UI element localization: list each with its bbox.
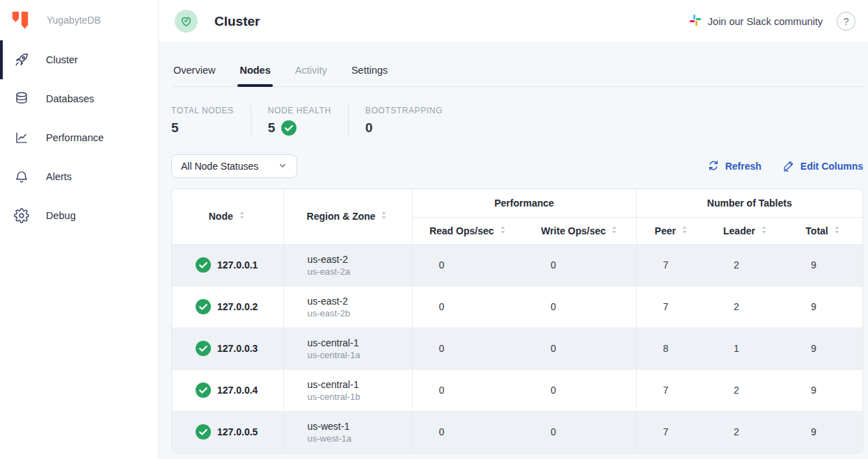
- column-header-read-ops[interactable]: Read Ops/sec: [412, 217, 524, 244]
- node-stats: TOTAL NODES 5 NODE HEALTH 5: [171, 105, 863, 136]
- edit-columns-button[interactable]: Edit Columns: [782, 159, 863, 174]
- edit-columns-label: Edit Columns: [800, 161, 863, 172]
- leader-tablets-value: 1: [707, 328, 784, 369]
- sidebar-item-performance[interactable]: Performance: [0, 118, 158, 157]
- node-healthy-icon: [196, 299, 211, 314]
- total-tablets-value: 9: [784, 411, 862, 453]
- sort-icon: [833, 225, 842, 236]
- tab-settings[interactable]: Settings: [349, 58, 390, 86]
- stat-value: 5: [268, 120, 276, 136]
- total-tablets-value: 9: [784, 328, 862, 369]
- sidebar-item-databases[interactable]: Databases: [0, 79, 158, 118]
- node-zone: us-central-1a: [308, 350, 412, 360]
- help-button[interactable]: ?: [837, 12, 855, 31]
- join-slack-label: Join our Slack community: [708, 16, 823, 27]
- leader-tablets-value: 2: [707, 369, 784, 411]
- peer-tablets-value: 8: [636, 328, 707, 369]
- sidebar-item-label: Cluster: [46, 54, 78, 65]
- bell-icon: [13, 169, 29, 185]
- table-row[interactable]: 127.0.0.5 us-west-1us-west-1a 0 0 7 2 9: [172, 411, 862, 453]
- column-header-write-ops[interactable]: Write Ops/sec: [524, 217, 636, 244]
- node-region: us-central-1: [308, 337, 412, 348]
- table-row[interactable]: 127.0.0.1 us-east-2us-east-2a 0 0 7 2 9: [172, 244, 862, 286]
- sort-icon: [759, 225, 768, 236]
- read-ops-value: 0: [412, 369, 524, 411]
- peer-tablets-value: 7: [636, 244, 707, 286]
- tab-activity[interactable]: Activity: [293, 58, 329, 86]
- yugabytedb-logo-icon: [9, 10, 31, 31]
- node-healthy-icon: [196, 341, 211, 356]
- read-ops-value: 0: [412, 411, 524, 453]
- gear-icon: [13, 208, 29, 224]
- stat-label: TOTAL NODES: [171, 106, 234, 115]
- refresh-label: Refresh: [725, 161, 762, 172]
- join-slack-link[interactable]: Join our Slack community: [689, 14, 823, 29]
- node-region: us-east-2: [308, 296, 412, 307]
- sidebar-item-debug[interactable]: Debug: [0, 196, 158, 235]
- question-mark-icon: ?: [844, 16, 849, 27]
- content: Overview Nodes Activity Settings TOTAL N…: [159, 43, 868, 459]
- sort-icon: [237, 211, 246, 222]
- stat-value: 0: [365, 120, 443, 136]
- total-tablets-value: 9: [784, 244, 862, 286]
- node-ip: 127.0.0.5: [217, 426, 258, 437]
- main-area: Cluster Join our Slack community ?: [159, 0, 868, 459]
- column-header-node[interactable]: Node: [172, 189, 283, 244]
- write-ops-value: 0: [524, 328, 636, 369]
- node-zone: us-east-2b: [308, 308, 412, 319]
- leader-tablets-value: 2: [707, 286, 784, 328]
- sort-icon: [498, 225, 507, 236]
- stat-divider: [348, 105, 349, 136]
- node-status-filter-select[interactable]: All Node Statuses: [171, 154, 297, 178]
- write-ops-value: 0: [524, 369, 636, 411]
- heart-check-icon: [180, 15, 193, 28]
- tab-overview[interactable]: Overview: [171, 58, 217, 86]
- pencil-icon: [782, 159, 795, 174]
- write-ops-value: 0: [524, 286, 636, 328]
- sort-icon: [379, 211, 388, 222]
- node-ip: 127.0.0.4: [217, 385, 258, 396]
- rocket-icon: [13, 52, 29, 68]
- column-header-leader[interactable]: Leader: [707, 217, 784, 244]
- table-controls: All Node Statuses: [171, 154, 863, 178]
- node-ip: 127.0.0.3: [217, 343, 258, 354]
- sidebar-item-cluster[interactable]: Cluster: [0, 40, 158, 79]
- table-row[interactable]: 127.0.0.2 us-east-2us-east-2b 0 0 7 2 9: [172, 286, 862, 328]
- refresh-button[interactable]: Refresh: [707, 159, 762, 174]
- write-ops-value: 0: [524, 411, 636, 453]
- page-title: Cluster: [214, 14, 260, 29]
- refresh-icon: [707, 159, 720, 174]
- database-icon: [13, 91, 29, 107]
- node-healthy-icon: [196, 382, 211, 398]
- total-tablets-value: 9: [784, 286, 862, 328]
- node-healthy-icon: [196, 424, 211, 440]
- table-row[interactable]: 127.0.0.4 us-central-1us-central-1b 0 0 …: [172, 369, 862, 411]
- topbar: Cluster Join our Slack community ?: [159, 0, 868, 43]
- app-name: YugabyteDB: [47, 15, 101, 26]
- table-row[interactable]: 127.0.0.3 us-central-1us-central-1a 0 0 …: [172, 328, 862, 369]
- sidebar-item-label: Alerts: [46, 171, 72, 182]
- cluster-health-avatar: [175, 10, 198, 33]
- stat-divider: [251, 105, 251, 136]
- column-header-total[interactable]: Total: [784, 217, 862, 244]
- node-ip: 127.0.0.1: [217, 259, 258, 271]
- node-region: us-central-1: [308, 379, 412, 390]
- node-status-filter-value: All Node Statuses: [181, 161, 258, 172]
- sort-icon: [680, 225, 689, 236]
- tab-nodes[interactable]: Nodes: [237, 58, 272, 86]
- column-header-region-zone[interactable]: Region & Zone: [283, 189, 412, 244]
- stat-node-health: NODE HEALTH 5: [268, 106, 331, 136]
- write-ops-value: 0: [524, 244, 636, 286]
- column-group-performance: Performance: [412, 189, 636, 217]
- sidebar-item-alerts[interactable]: Alerts: [0, 157, 158, 196]
- column-header-peer[interactable]: Peer: [636, 217, 707, 244]
- column-group-tablets: Number of Tablets: [636, 189, 862, 217]
- node-region: us-west-1: [308, 421, 412, 432]
- total-tablets-value: 9: [784, 369, 862, 411]
- stat-label: BOOTSTRAPPING: [365, 106, 443, 115]
- leader-tablets-value: 2: [707, 411, 784, 453]
- sidebar-nav: Cluster Databases Performance: [0, 40, 158, 235]
- chevron-down-icon: [277, 160, 288, 173]
- read-ops-value: 0: [412, 328, 524, 369]
- tab-bar: Overview Nodes Activity Settings: [171, 58, 863, 87]
